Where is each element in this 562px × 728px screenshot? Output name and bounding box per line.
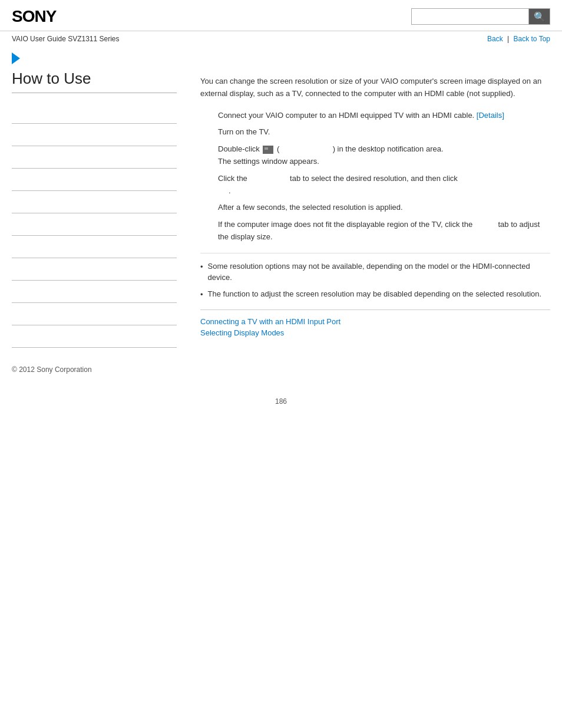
- search-input[interactable]: [411, 8, 529, 25]
- back-to-top-link[interactable]: Back to Top: [514, 35, 550, 43]
- chevron-icon: [12, 52, 20, 64]
- sidebar-item[interactable]: [12, 191, 177, 213]
- bullet-icon: •: [200, 261, 203, 284]
- step-2: Turn on the TV.: [218, 126, 550, 139]
- note-2: • The function to adjust the screen reso…: [200, 288, 550, 301]
- sidebar-item[interactable]: [12, 325, 177, 348]
- step-3: Double-click ( ) in the desktop notifica…: [218, 143, 550, 168]
- sidebar-item[interactable]: [12, 213, 177, 236]
- content-intro: You can change the screen resolution or …: [200, 75, 550, 100]
- step-5: After a few seconds, the selected resolu…: [218, 202, 550, 214]
- related-link-1[interactable]: Connecting a TV with an HDMI Input Port: [200, 317, 550, 326]
- search-icon: 🔍: [534, 11, 546, 22]
- sidebar-item[interactable]: [12, 101, 177, 124]
- display-icon: [263, 146, 273, 154]
- nav-bar: VAIO User Guide SVZ1311 Series Back | Ba…: [0, 31, 562, 47]
- sidebar-item[interactable]: [12, 258, 177, 281]
- sidebar-item[interactable]: [12, 303, 177, 325]
- search-area: 🔍: [411, 8, 550, 25]
- related-section: Connecting a TV with an HDMI Input Port …: [200, 309, 550, 337]
- sidebar-item[interactable]: [12, 281, 177, 303]
- copyright-text: © 2012 Sony Corporation: [12, 365, 92, 374]
- step-6: If the computer image does not fit the d…: [218, 219, 550, 243]
- footer: © 2012 Sony Corporation: [0, 348, 562, 386]
- search-button[interactable]: 🔍: [529, 8, 550, 25]
- step-1: Connect your VAIO computer to an HDMI eq…: [218, 110, 550, 122]
- sidebar-item[interactable]: [12, 146, 177, 169]
- header: SONY 🔍: [0, 0, 562, 31]
- sidebar-item[interactable]: [12, 236, 177, 258]
- related-link-2[interactable]: Selecting Display Modes: [200, 328, 550, 337]
- sidebar-item[interactable]: [12, 124, 177, 146]
- page-number: 186: [0, 386, 562, 417]
- steps-section: Connect your VAIO computer to an HDMI eq…: [218, 110, 550, 243]
- note-2-text: The function to adjust the screen resolu…: [208, 288, 542, 301]
- sidebar-item[interactable]: [12, 169, 177, 191]
- separator: |: [507, 35, 509, 43]
- guide-title: VAIO User Guide SVZ1311 Series: [12, 35, 120, 43]
- note-1-text: Some resolution options may not be avail…: [208, 261, 550, 284]
- back-link[interactable]: Back: [487, 35, 503, 43]
- note-section: • Some resolution options may not be ava…: [200, 253, 550, 301]
- sony-logo: SONY: [12, 7, 56, 26]
- bullet-icon: •: [200, 289, 203, 301]
- main-layout: How to Use You can change the screen res…: [0, 70, 562, 348]
- note-1: • Some resolution options may not be ava…: [200, 261, 550, 284]
- chevron-section: [0, 47, 562, 70]
- content: You can change the screen resolution or …: [189, 70, 550, 348]
- nav-links: Back | Back to Top: [487, 35, 550, 43]
- sidebar: How to Use: [12, 70, 189, 348]
- step-4: Click the tab to select the desired reso…: [218, 173, 550, 197]
- sidebar-title: How to Use: [12, 70, 177, 93]
- details-link[interactable]: [Details]: [477, 111, 504, 120]
